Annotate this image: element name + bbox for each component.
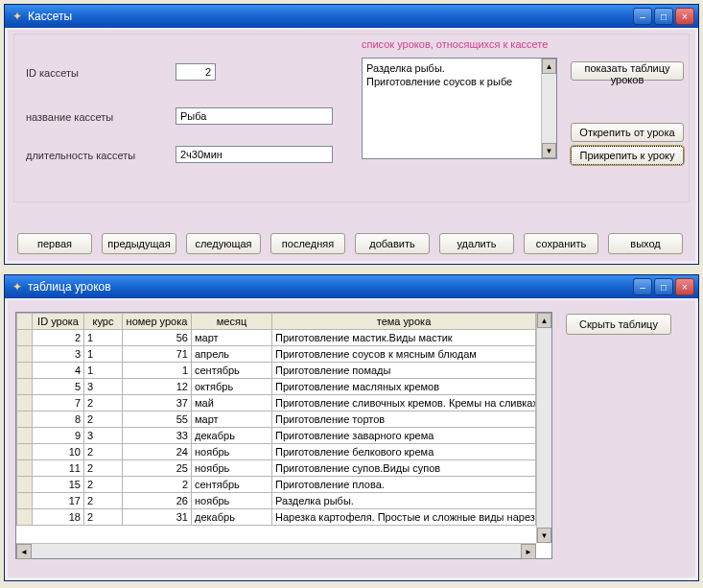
- lessons-listbox[interactable]: Разделка рыбы.Приготовление соусов к рыб…: [362, 58, 557, 159]
- cell-month[interactable]: март: [192, 330, 272, 346]
- cell-id[interactable]: 3: [33, 346, 84, 363]
- cell-course[interactable]: 2: [84, 395, 123, 412]
- cell-topic[interactable]: Приготовление сливочных кремов. Кремы на…: [272, 395, 536, 412]
- cell-topic[interactable]: Приготовление тортов: [272, 412, 536, 428]
- list-item[interactable]: Приготовление соусов к рыбе: [366, 75, 552, 88]
- cell-course[interactable]: 1: [84, 363, 123, 379]
- cell-topic[interactable]: Приготовление мастик.Виды мастик: [272, 330, 536, 346]
- table-row[interactable]: 17226ноябрьРазделка рыбы.: [17, 493, 536, 509]
- cell-month[interactable]: апрель: [192, 346, 272, 363]
- minimize-button[interactable]: –: [633, 278, 652, 295]
- cell-id[interactable]: 7: [33, 395, 84, 412]
- cell-id[interactable]: 8: [33, 412, 84, 428]
- col-course[interactable]: курс: [84, 314, 123, 330]
- name-field[interactable]: Рыба: [176, 107, 333, 125]
- table-row[interactable]: 411сентябрьПриготовление помады: [17, 363, 536, 379]
- cell-month[interactable]: ноябрь: [192, 493, 272, 509]
- close-button[interactable]: ×: [675, 8, 694, 25]
- delete-button[interactable]: удалить: [439, 233, 514, 254]
- cell-num[interactable]: 25: [123, 460, 192, 477]
- cell-month[interactable]: май: [192, 395, 272, 412]
- last-button[interactable]: последняя: [270, 233, 345, 254]
- cell-month[interactable]: декабрь: [192, 428, 272, 444]
- grid-hscroll[interactable]: ◄ ►: [16, 543, 536, 558]
- hide-table-button[interactable]: Скрыть таблицу: [566, 314, 671, 335]
- cell-topic[interactable]: Приготовление белкового крема: [272, 444, 536, 460]
- grid-vscroll[interactable]: ▲ ▼: [536, 313, 551, 543]
- cell-num[interactable]: 37: [123, 395, 192, 412]
- cell-id[interactable]: 15: [33, 477, 84, 493]
- cell-course[interactable]: 2: [84, 493, 123, 509]
- scroll-down-icon[interactable]: ▼: [537, 528, 551, 543]
- length-field[interactable]: 2ч30мин: [176, 146, 333, 163]
- cell-topic[interactable]: Приготовление плова.: [272, 477, 536, 493]
- cell-num[interactable]: 55: [123, 412, 192, 428]
- table-row[interactable]: 1522сентябрьПриготовление плова.: [17, 477, 536, 493]
- show-table-button[interactable]: показать таблицу уроков: [571, 61, 684, 81]
- scroll-left-icon[interactable]: ◄: [16, 544, 32, 559]
- cell-num[interactable]: 12: [123, 379, 192, 395]
- maximize-button[interactable]: □: [654, 278, 673, 295]
- scroll-up-icon[interactable]: ▲: [537, 313, 551, 328]
- cell-id[interactable]: 11: [33, 460, 84, 477]
- cell-month[interactable]: октябрь: [192, 379, 272, 395]
- minimize-button[interactable]: –: [633, 8, 652, 25]
- cell-topic[interactable]: Нарезка картофеля. Простые и сложные вид…: [272, 509, 536, 526]
- close-button[interactable]: ×: [675, 278, 694, 295]
- titlebar-lessons[interactable]: ✦ таблица уроков – □ ×: [5, 275, 698, 298]
- cell-month[interactable]: сентябрь: [192, 477, 272, 493]
- maximize-button[interactable]: □: [654, 8, 673, 25]
- save-button[interactable]: сохранить: [524, 233, 598, 254]
- cell-num[interactable]: 56: [123, 330, 192, 346]
- cell-month[interactable]: март: [192, 412, 272, 428]
- scroll-up-icon[interactable]: ▲: [542, 59, 556, 74]
- cell-topic[interactable]: Разделка рыбы.: [272, 493, 536, 509]
- cell-month[interactable]: декабрь: [192, 509, 272, 526]
- table-row[interactable]: 3171апрельПриготовление соусов к мясным …: [17, 346, 536, 363]
- attach-button[interactable]: Прикрепить к уроку: [571, 146, 684, 165]
- cell-course[interactable]: 2: [84, 477, 123, 493]
- listbox-scrollbar[interactable]: ▲ ▼: [541, 59, 556, 158]
- cell-month[interactable]: ноябрь: [192, 444, 272, 460]
- cell-num[interactable]: 31: [123, 509, 192, 526]
- cell-id[interactable]: 2: [33, 330, 84, 346]
- col-id[interactable]: ID урока: [33, 314, 84, 330]
- next-button[interactable]: следующая: [186, 233, 261, 254]
- cell-course[interactable]: 3: [84, 428, 123, 444]
- table-row[interactable]: 2156мартПриготовление мастик.Виды мастик: [17, 330, 536, 346]
- cell-num[interactable]: 24: [123, 444, 192, 460]
- cell-num[interactable]: 2: [123, 477, 192, 493]
- table-row[interactable]: 10224ноябрьПриготовление белкового крема: [17, 444, 536, 460]
- cell-month[interactable]: ноябрь: [192, 460, 272, 477]
- cell-id[interactable]: 9: [33, 428, 84, 444]
- cell-id[interactable]: 5: [33, 379, 84, 395]
- cell-topic[interactable]: Приготовление соусов к мясным блюдам: [272, 346, 536, 363]
- cell-num[interactable]: 26: [123, 493, 192, 509]
- titlebar-cassettes[interactable]: ✦ Кассеты – □ ×: [5, 5, 698, 28]
- table-row[interactable]: 7237майПриготовление сливочных кремов. К…: [17, 395, 536, 412]
- exit-button[interactable]: выход: [608, 233, 683, 254]
- id-field[interactable]: 2: [176, 63, 216, 81]
- cell-course[interactable]: 2: [84, 460, 123, 477]
- cell-num[interactable]: 71: [123, 346, 192, 363]
- cell-id[interactable]: 17: [33, 493, 84, 509]
- cell-topic[interactable]: Приготовление заварного крема: [272, 428, 536, 444]
- col-topic[interactable]: тема урока: [272, 314, 536, 330]
- scroll-right-icon[interactable]: ►: [521, 544, 536, 559]
- cell-id[interactable]: 4: [33, 363, 84, 379]
- cell-course[interactable]: 2: [84, 412, 123, 428]
- cell-num[interactable]: 33: [123, 428, 192, 444]
- cell-num[interactable]: 1: [123, 363, 192, 379]
- list-item[interactable]: Разделка рыбы.: [366, 61, 552, 75]
- table-row[interactable]: 8255мартПриготовление тортов: [17, 412, 536, 428]
- col-month[interactable]: месяц: [192, 314, 272, 330]
- cell-topic[interactable]: Приготовление супов.Виды супов: [272, 460, 536, 477]
- cell-course[interactable]: 2: [84, 509, 123, 526]
- table-row[interactable]: 5312октябрьПриготовление масляных кремов: [17, 379, 536, 395]
- add-button[interactable]: добавить: [355, 233, 430, 254]
- table-row[interactable]: 11225ноябрьПриготовление супов.Виды супо…: [17, 460, 536, 477]
- cell-course[interactable]: 1: [84, 346, 123, 363]
- cell-id[interactable]: 18: [33, 509, 84, 526]
- detach-button[interactable]: Открепить от урока: [571, 123, 684, 142]
- scroll-down-icon[interactable]: ▼: [542, 143, 556, 158]
